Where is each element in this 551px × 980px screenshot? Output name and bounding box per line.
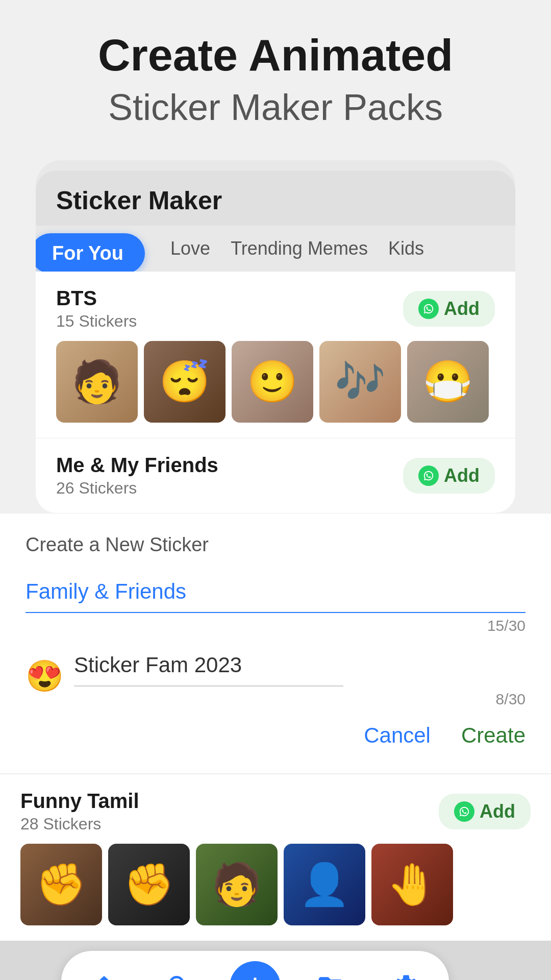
page-title: Create Animated Sticker Maker Packs xyxy=(20,31,531,130)
modal-title: Create a New Sticker xyxy=(26,534,525,556)
pack-bts-count: 15 Stickers xyxy=(56,312,137,331)
sticker-thumb[interactable]: ✊ xyxy=(108,844,190,925)
create-button[interactable]: Create xyxy=(461,723,525,748)
pack-bts-name: BTS xyxy=(56,287,137,310)
pack-me-friends-name: Me & My Friends xyxy=(56,454,218,477)
tab-foryou[interactable]: For You xyxy=(36,233,145,272)
pack-name-input[interactable] xyxy=(26,571,525,613)
tab-kids[interactable]: Kids xyxy=(378,229,434,268)
whatsapp-icon-2 xyxy=(418,465,439,486)
pack-funny-tamil-count: 28 Stickers xyxy=(20,815,139,834)
sticker-thumb[interactable]: 🤚 xyxy=(371,844,453,925)
sticker-name-counter: 8/30 xyxy=(74,691,525,708)
sticker-thumb[interactable]: 😷 xyxy=(407,341,489,423)
pack-funny-tamil-name: Funny Tamil xyxy=(20,790,139,813)
sticker-thumb[interactable]: 😴 xyxy=(144,341,226,423)
pack-funny-tamil: Funny Tamil 28 Stickers Add ✊ ✊ 🧑 👤 xyxy=(0,774,551,941)
pack-funny-tamil-add-label: Add xyxy=(480,801,515,822)
pack-me-friends-count: 26 Stickers xyxy=(56,479,218,498)
whatsapp-icon xyxy=(418,299,439,319)
tab-love[interactable]: Love xyxy=(160,229,220,268)
pack-me-friends-add-button[interactable]: Add xyxy=(403,458,495,494)
pack-name-counter: 15/30 xyxy=(26,617,525,634)
sticker-thumb[interactable]: 🙂 xyxy=(232,341,313,423)
sticker-emoji[interactable]: 😍 xyxy=(26,658,64,694)
whatsapp-icon-3 xyxy=(454,801,474,822)
sticker-thumb[interactable]: 🧑 xyxy=(56,341,138,423)
pack-bts-stickers: 🧑 😴 🙂 🎶 😷 xyxy=(56,341,495,423)
pack-bts-add-button[interactable]: Add xyxy=(403,291,495,327)
bottom-nav xyxy=(61,951,449,980)
cancel-button[interactable]: Cancel xyxy=(364,723,431,748)
sticker-thumb[interactable]: 🎶 xyxy=(319,341,401,423)
pack-me-friends-add-label: Add xyxy=(444,465,480,486)
header: Create Animated Sticker Maker Packs xyxy=(0,0,551,145)
sticker-thumb[interactable]: 🧑 xyxy=(196,844,278,925)
pack-me-friends: Me & My Friends 26 Stickers Add xyxy=(36,438,515,513)
bottom-nav-wrapper xyxy=(0,941,551,980)
sticker-name-input[interactable] xyxy=(74,645,343,687)
pack-bts: BTS 15 Stickers Add 🧑 😴 xyxy=(36,272,515,438)
app-title: Sticker Maker xyxy=(56,186,495,226)
pack-funny-tamil-add-button[interactable]: Add xyxy=(439,794,531,829)
tab-trending[interactable]: Trending Memes xyxy=(220,229,378,268)
phone-mockup: Sticker Maker For You Love Trending Meme… xyxy=(36,160,515,513)
sticker-thumb[interactable]: ✊ xyxy=(20,844,102,925)
pack-bts-add-label: Add xyxy=(444,298,480,320)
pack-funny-tamil-stickers: ✊ ✊ 🧑 👤 🤚 xyxy=(20,844,531,925)
modal-actions: Cancel Create xyxy=(26,723,525,753)
nav-packs[interactable] xyxy=(305,966,356,980)
pack-name-input-group: 15/30 xyxy=(26,571,525,634)
nav-home[interactable] xyxy=(79,966,130,980)
nav-search[interactable] xyxy=(154,966,205,980)
sticker-thumb[interactable]: 👤 xyxy=(284,844,365,925)
sticker-name-row: 😍 8/30 xyxy=(26,645,525,708)
create-sticker-modal: Create a New Sticker 15/30 😍 8/30 Cancel… xyxy=(0,513,551,774)
nav-settings[interactable] xyxy=(381,966,432,980)
app-bar: Sticker Maker xyxy=(36,170,515,226)
nav-add[interactable] xyxy=(230,961,281,980)
